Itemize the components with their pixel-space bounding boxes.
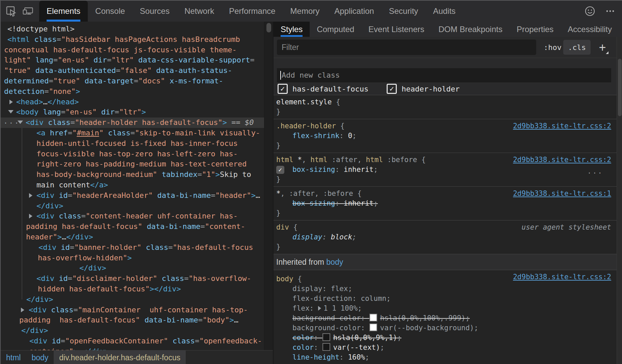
dom-tree-line[interactable]: <!doctype html> [1,24,264,34]
dom-tree-line[interactable]: padding has-default-focus" data-bi-name=… [1,315,264,326]
dom-tree-line[interactable]: light" lang="en-us" dir="ltr" data-css-v… [1,55,264,66]
twisty-collapsed-icon[interactable] [29,193,32,198]
twisty-collapsed-icon[interactable] [9,100,13,104]
dom-tree-line[interactable]: <div class="content-header uhf-container… [1,211,264,222]
css-property[interactable]: display: flex; [274,284,617,294]
css-property[interactable]: background-color: var(--body-background)… [274,323,617,333]
styles-filter-input[interactable] [277,40,536,55]
css-property[interactable]: color: hsla(0,0%,9%,1); [274,333,617,343]
styles-scrollbar[interactable] [617,37,622,364]
tab-network[interactable]: Network [177,1,222,22]
css-property[interactable]: box-sizing: inherit; [274,199,617,208]
twisty-expanded-icon[interactable] [8,110,14,113]
stylesheet-link[interactable]: 2d9bb338.site-ltr.css:2 [513,155,611,165]
stylesheet-link[interactable]: 2d9bb338.site-ltr.css:1 [513,189,611,199]
dom-tree-line[interactable]: <body lang="en-us" dir="ltr"> [1,107,264,118]
breadcrumb: htmlbodydiv.header-holder.has-default-fo… [1,350,273,364]
dom-tree-line[interactable]: <a href="#main" class="skip-to-main-link… [1,128,264,138]
inspect-icon[interactable] [5,5,17,17]
dom-tree-line[interactable]: has-body-background-medium" tabindex="1"… [1,170,264,180]
twisty-collapsed-icon[interactable] [29,214,32,218]
sidebar-tab-computed[interactable]: Computed [310,22,361,37]
new-style-rule-button[interactable]: + [595,37,610,58]
dom-tree-line[interactable]: hidden-until-focused is-fixed has-inner-… [1,138,264,149]
dom-tree-line[interactable]: </div> [1,326,264,336]
tab-performance[interactable]: Performance [222,1,283,22]
css-property[interactable]: background-color: hsla(0,0%,100%,.999); [274,313,617,323]
tab-memory[interactable]: Memory [283,1,327,22]
dom-tree-line[interactable]: "true" data-authenticated="false" data-a… [1,66,264,76]
dom-tree-line[interactable]: right-zero has-padding-medium has-text-c… [1,159,264,170]
tab-console[interactable]: Console [88,1,132,22]
dom-tree-line[interactable]: </div> [1,201,264,211]
elements-scrollbar[interactable] [264,22,273,350]
sidebar-tab-accessibility[interactable]: Accessibility [561,22,619,37]
css-property[interactable]: line-height: 160%; [274,353,617,362]
breadcrumb-item-body[interactable]: body [26,350,54,364]
tab-sources[interactable]: Sources [132,1,177,22]
dom-tree-line[interactable]: <div id="headerAreaHolder" data-bi-name=… [1,190,264,201]
stylesheet-link[interactable]: 2d9bb338.site-ltr.css:2 [513,121,611,131]
sidebar-tab-event-listeners[interactable]: Event Listeners [361,22,431,37]
elements-scrollbar-thumb[interactable] [266,23,271,32]
tab-application[interactable]: Application [327,1,381,22]
dom-tree-line[interactable]: conceptual has-default-focus js-focus-vi… [1,45,264,55]
device-toolbar-icon[interactable] [22,5,34,17]
feedback-smiley-icon[interactable] [584,5,596,17]
dom-tree-line[interactable]: <div id="banner-holder" class="has-defau… [1,242,264,253]
class-toggle-checkbox[interactable]: ✓ [387,84,397,94]
dom-tree-line[interactable]: </div> [1,263,264,274]
css-property[interactable]: flex-direction: column; [274,294,617,304]
overridden-properties-ellipsis[interactable]: ... [587,166,603,176]
css-property[interactable]: display: block; [274,232,617,242]
shorthand-expander-icon[interactable] [318,306,321,311]
styles-scrollbar-thumb[interactable] [618,59,622,116]
css-property[interactable]: color: var(--text); [274,343,617,353]
tab-security[interactable]: Security [382,1,426,22]
rule-selector[interactable]: element.style { [274,97,617,107]
main-tab-bar: ElementsConsoleSourcesNetworkPerformance… [39,1,463,22]
dom-tree-line[interactable]: <div class="mainContainer uhf-container … [1,305,264,315]
dom-tree-line-selected[interactable]: ...<div class="header-holder has-default… [1,118,264,128]
tab-audits[interactable]: Audits [425,1,463,22]
css-property[interactable]: min-height: 100vh; [274,362,617,364]
pseudo-state-button[interactable]: :hov [544,37,562,58]
dom-tree-line[interactable]: padding has-default-focus" data-bi-name=… [1,222,264,232]
css-property[interactable]: ✓box-sizing: inherit; [274,165,617,175]
tab-elements[interactable]: Elements [39,1,88,22]
property-enable-checkbox[interactable]: ✓ [276,166,284,174]
twisty-collapsed-icon[interactable] [21,308,24,312]
dom-tree-line[interactable]: has-overflow-hidden"> [1,253,264,263]
color-swatch[interactable] [322,333,330,341]
dom-tree-line[interactable]: </div> [1,294,264,305]
inherited-node-link[interactable]: body [326,258,343,266]
dom-tree-line[interactable]: <div id="openFeedbackContainer" class="o… [1,336,264,346]
dom-tree-line[interactable]: <div id="disclaimer-holder" class="has-o… [1,274,264,284]
breadcrumb-item-div[interactable]: div.header-holder.has-default-focus [54,350,186,364]
stylesheet-link[interactable]: 2d9bb338.site-ltr.css:2 [513,272,611,282]
dom-tree-line[interactable]: <html class="hasSidebar hasPageActions h… [1,34,264,45]
style-rule: .header-holder {2d9bb338.site-ltr.css:2f… [274,119,617,153]
sidebar-tab-styles[interactable]: Styles [274,22,310,37]
add-class-input[interactable]: Add new class [277,68,611,82]
breadcrumb-item-html[interactable]: html [1,350,26,364]
sidebar-tab-properties[interactable]: Properties [510,22,561,37]
css-property[interactable]: flex: 1 1 100%; [274,304,617,313]
sidebar-tab-dom-breakpoints[interactable]: DOM Breakpoints [432,22,510,37]
color-swatch[interactable] [369,314,377,321]
css-property[interactable]: flex-shrink: 0; [274,131,617,141]
more-options-icon[interactable] [604,5,616,17]
dom-tree-line[interactable]: header">…</div> [1,232,264,242]
dom-tree-line[interactable]: detection="none"> [1,86,264,97]
color-swatch[interactable] [369,323,377,331]
class-toggle-checkbox[interactable]: ✓ [278,84,288,94]
dom-tree-line[interactable]: main content</a> [1,180,264,190]
dom-tree-line[interactable]: hidden has-default-focus"></div> [1,284,264,294]
class-toggle-row: ✓has-default-focus✓header-holder [274,82,617,95]
dom-tree-line[interactable]: determined="true" data-target="docs" x-m… [1,76,264,86]
dom-tree-line[interactable]: <head>…</head> [1,97,264,107]
twisty-expanded-icon[interactable] [18,121,23,124]
dom-tree-line[interactable]: focus-visible has-top-zero has-left-zero… [1,149,264,159]
color-swatch[interactable] [322,343,330,351]
element-classes-button[interactable]: .cls [563,40,591,55]
